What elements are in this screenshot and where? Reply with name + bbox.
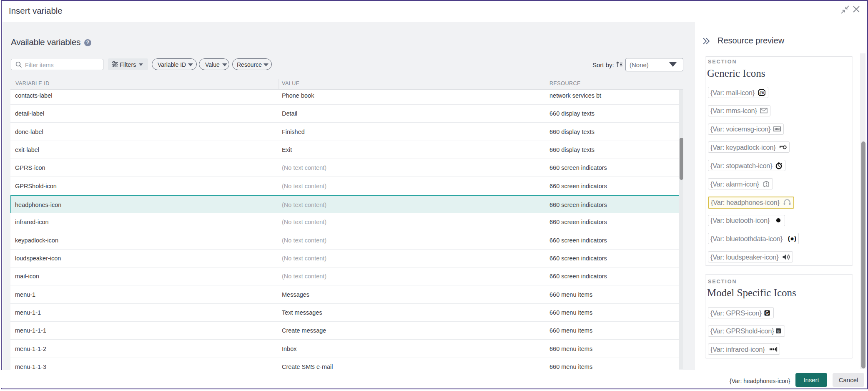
svg-text:@: @ <box>759 90 764 96</box>
svg-text:G: G <box>777 329 780 333</box>
svg-text:(●): (●) <box>788 235 796 242</box>
svg-text:G: G <box>765 310 769 315</box>
